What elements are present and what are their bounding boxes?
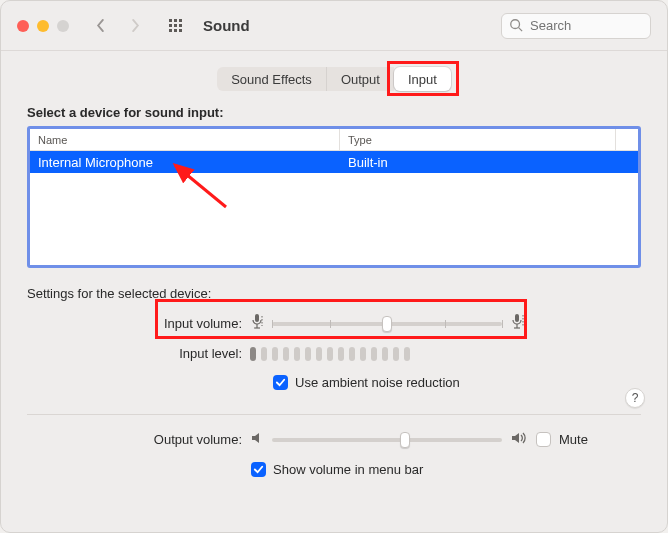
- table-header: Name Type: [30, 129, 638, 151]
- zoom-window-button-disabled: [57, 20, 69, 32]
- input-volume-row: Input volume:: [27, 313, 641, 334]
- search-icon: [509, 18, 523, 35]
- show-menubar-row: Show volume in menu bar: [251, 462, 641, 477]
- input-volume-slider[interactable]: [272, 322, 502, 326]
- show-all-button[interactable]: [163, 14, 187, 38]
- grid-icon: [169, 19, 182, 32]
- input-devices-table: Name Type Internal Microphone Built-in: [27, 126, 641, 268]
- help-button[interactable]: ?: [625, 388, 645, 408]
- device-type-cell: Built-in: [340, 151, 638, 173]
- settings-for-device-label: Settings for the selected device:: [27, 286, 641, 301]
- tab-sound-effects[interactable]: Sound Effects: [217, 67, 326, 91]
- table-row[interactable]: Internal Microphone Built-in: [30, 151, 638, 173]
- show-menubar-checkbox[interactable]: [251, 462, 266, 477]
- svg-point-0: [511, 19, 520, 28]
- slider-thumb[interactable]: [382, 316, 392, 332]
- search-field-wrap: [501, 13, 651, 39]
- forward-button-disabled: [123, 14, 147, 38]
- speaker-low-icon: [250, 431, 264, 448]
- select-device-label: Select a device for sound input:: [27, 105, 641, 120]
- ambient-noise-row: Use ambient noise reduction: [273, 375, 641, 390]
- input-level-meter: [250, 347, 410, 361]
- search-input[interactable]: [501, 13, 651, 39]
- mute-label: Mute: [559, 432, 588, 447]
- divider: [27, 414, 641, 415]
- col-type[interactable]: Type: [340, 129, 616, 150]
- speaker-high-icon: [510, 431, 528, 448]
- chevron-right-icon: [129, 18, 141, 33]
- svg-rect-3: [255, 314, 259, 322]
- mute-checkbox[interactable]: [536, 432, 551, 447]
- mic-high-icon: [510, 313, 526, 334]
- output-volume-row: Output volume: Mute: [27, 431, 641, 448]
- col-name[interactable]: Name: [30, 129, 340, 150]
- show-menubar-label: Show volume in menu bar: [273, 462, 423, 477]
- input-level-row: Input level:: [27, 346, 641, 361]
- col-scroll-spacer: [616, 129, 638, 150]
- window-title: Sound: [203, 17, 250, 34]
- svg-rect-7: [515, 314, 519, 322]
- tabs: Sound Effects Output Input: [217, 67, 451, 91]
- chevron-left-icon: [95, 18, 107, 33]
- input-volume-label: Input volume:: [27, 316, 242, 331]
- tab-output[interactable]: Output: [326, 67, 394, 91]
- output-volume-label: Output volume:: [27, 432, 242, 447]
- traffic-lights: [17, 20, 69, 32]
- svg-line-1: [519, 27, 523, 31]
- sound-preferences-window: Sound Sound Effects Output Input Select …: [0, 0, 668, 533]
- slider-thumb[interactable]: [400, 432, 410, 448]
- ambient-noise-checkbox[interactable]: [273, 375, 288, 390]
- content-area: Sound Effects Output Input Select a devi…: [1, 51, 667, 532]
- ambient-noise-label: Use ambient noise reduction: [295, 375, 460, 390]
- output-volume-slider[interactable]: [272, 438, 502, 442]
- input-level-label: Input level:: [27, 346, 242, 361]
- minimize-window-button[interactable]: [37, 20, 49, 32]
- close-window-button[interactable]: [17, 20, 29, 32]
- tab-input[interactable]: Input: [394, 67, 451, 91]
- titlebar: Sound: [1, 1, 667, 51]
- mic-low-icon: [250, 313, 264, 334]
- device-name-cell: Internal Microphone: [30, 151, 340, 173]
- back-button[interactable]: [89, 14, 113, 38]
